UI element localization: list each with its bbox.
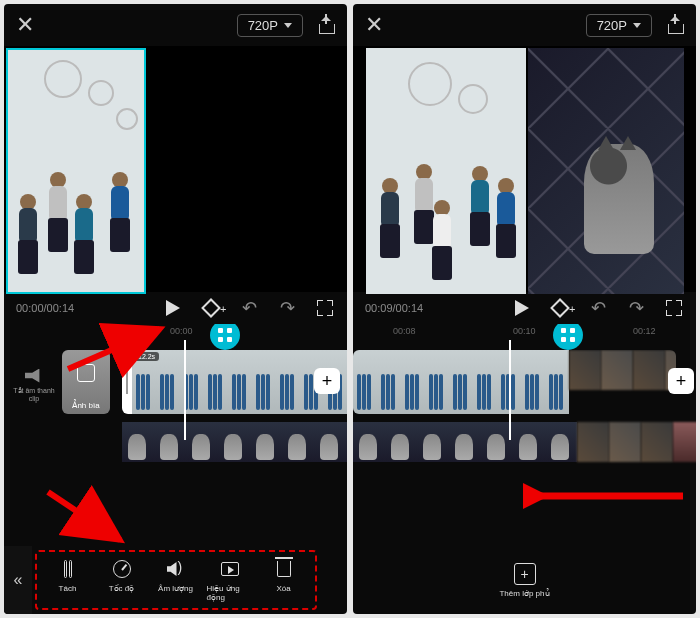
video-track-overlay[interactable] [353,422,696,462]
time-ruler: 00:00 [4,324,347,340]
bottom-toolbar: + Thêm lớp phủ [353,546,696,614]
fullscreen-button[interactable] [664,298,684,318]
add-clip-button[interactable]: + [314,368,340,394]
export-icon[interactable] [666,16,684,34]
tool-label: Thêm lớp phủ [499,589,549,598]
keyframe-button[interactable] [201,298,221,318]
clip-duration-badge: 12.2s [134,352,159,361]
resolution-selector[interactable]: 720P [237,14,303,37]
video-track-main[interactable] [353,350,676,414]
add-overlay-button[interactable]: + Thêm lớp phủ [499,563,549,598]
close-icon[interactable]: ✕ [365,12,383,38]
time-display: 00:00/00:14 [16,302,74,314]
undo-button[interactable]: ↶ [588,298,608,318]
preview-clip-main[interactable] [366,48,526,294]
preview-area [4,46,347,292]
plus-square-icon: + [514,563,536,585]
speed-button[interactable]: Tốc độ [99,558,145,602]
chevron-down-icon [284,23,292,28]
redo-button[interactable]: ↷ [626,298,646,318]
delete-button[interactable]: Xóa [261,558,307,602]
mute-label: Tắt âm thanh clip [10,387,58,402]
resolution-label: 720P [248,18,278,33]
redo-button[interactable]: ↷ [277,298,297,318]
preview-area [353,46,696,292]
timeline[interactable]: 00:08 00:10 00:12 + [353,324,696,546]
volume-button[interactable]: Âm lượng [153,558,199,602]
top-bar: ✕ 720P [353,4,696,46]
add-clip-button[interactable]: + [668,368,694,394]
cover-image-button[interactable]: Ảnh bìa [62,350,110,414]
speaker-icon [25,369,43,383]
export-icon[interactable] [317,16,335,34]
tool-label: Tách [59,584,77,593]
split-button[interactable]: Tách [45,558,91,602]
clip-handle-left[interactable] [122,350,132,414]
keyframe-button[interactable] [550,298,570,318]
top-bar: ✕ 720P [4,4,347,46]
play-button[interactable] [512,298,532,318]
video-track-overlay[interactable] [122,422,347,462]
undo-button[interactable]: ↶ [239,298,259,318]
tool-label: Hiệu ứng động [207,584,253,602]
playback-controls: 00:00/00:14 ↶ ↷ [4,292,347,324]
mute-clip-button[interactable]: Tắt âm thanh clip [10,356,58,414]
resolution-label: 720P [597,18,627,33]
tool-label: Xóa [276,584,290,593]
cover-label: Ảnh bìa [72,401,99,410]
preview-clip-overlay[interactable] [528,48,684,294]
back-button[interactable]: « [4,546,32,614]
apps-button[interactable] [210,324,240,350]
chevron-down-icon [633,23,641,28]
playback-controls: 00:09/00:14 ↶ ↷ [353,292,696,324]
fullscreen-button[interactable] [315,298,335,318]
playhead[interactable] [509,340,511,440]
time-ruler: 00:08 00:10 00:12 [353,324,696,340]
clip-tools: Tách Tốc độ Âm lượng Hiệu ứng động Xóa [35,550,317,610]
close-icon[interactable]: ✕ [16,12,34,38]
bottom-toolbar: « Tách Tốc độ Âm lượng Hiệu ứng động Xóa [4,546,347,614]
play-button[interactable] [163,298,183,318]
animation-button[interactable]: Hiệu ứng động [207,558,253,602]
time-display: 00:09/00:14 [365,302,423,314]
editor-screen-right: ✕ 720P 00:09/00:14 ↶ ↷ [353,4,696,614]
editor-screen-left: ✕ 720P 00:00/00:14 ↶ ↷ 00:00 Tắ [4,4,347,614]
playhead[interactable] [184,340,186,440]
preview-clip[interactable] [6,48,146,294]
tool-label: Âm lượng [158,584,193,593]
apps-button[interactable] [553,324,583,350]
resolution-selector[interactable]: 720P [586,14,652,37]
timeline[interactable]: 00:00 Tắt âm thanh clip Ảnh bìa 12.2s + [4,324,347,546]
tool-label: Tốc độ [109,584,135,593]
